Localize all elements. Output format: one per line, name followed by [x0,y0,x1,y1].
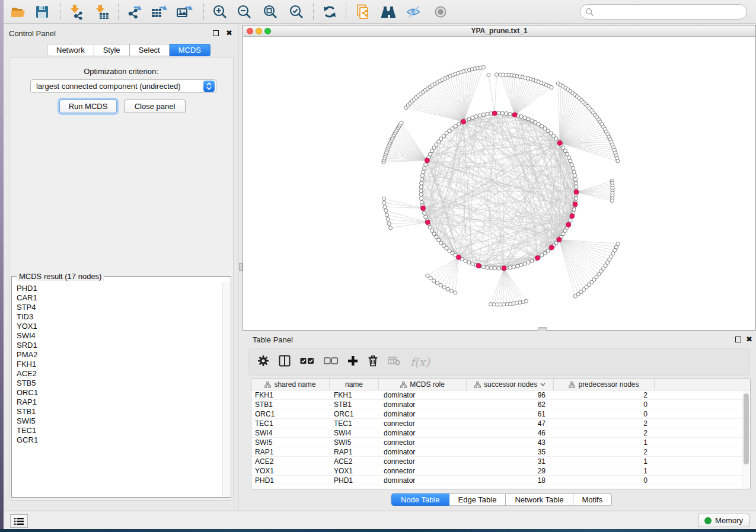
table-float-icon[interactable] [735,336,741,342]
table-cell: SWI5 [330,438,379,447]
delete-column-icon[interactable] [368,355,378,369]
task-history-button[interactable] [10,514,28,528]
network-graph[interactable] [243,37,755,330]
network-window-titlebar[interactable]: YPA_prune.txt_1 [243,25,755,37]
mcds-result-list[interactable]: PHD1CAR1STP4TID3YOX1SWI4SRD1PMA2FKH1ACE2… [12,282,223,497]
column-header-mcds-role[interactable]: MCDS role [379,379,467,390]
function-builder-icon[interactable]: f(x) [410,355,430,368]
select-all-icon[interactable] [300,357,314,367]
mcds-result-item[interactable]: PHD1 [17,284,223,293]
table-cell: 96 [467,390,554,399]
window-minimize-icon[interactable] [256,28,262,34]
hide-selection-icon[interactable] [403,2,425,22]
table-row[interactable]: TEC1TEC1connector472 [251,419,750,428]
table-cell: 43 [467,438,554,447]
scrollbar-thumb[interactable] [744,393,749,464]
refresh-view-icon[interactable] [319,2,340,22]
table-row[interactable]: SWI4SWI4dominator462 [251,428,750,438]
window-maximize-icon[interactable] [264,28,271,34]
save-session-icon[interactable] [31,2,53,22]
node-table-body: FKH1FKH1dominator962STB1STB1dominator620… [251,390,750,485]
column-header-name[interactable]: name [330,379,379,390]
mcds-result-item[interactable]: ORC1 [17,388,223,398]
import-table-icon[interactable] [91,2,112,22]
import-network-icon[interactable] [65,2,87,22]
table-row[interactable]: SWI5SWI5connector431 [251,438,750,447]
mcds-result-item[interactable]: STB1 [17,407,223,416]
list-icon [14,517,24,525]
column-header-shared-name[interactable]: shared name [251,379,330,390]
mcds-result-item[interactable]: GCR1 [17,435,223,445]
mcds-result-item[interactable]: TID3 [17,312,223,322]
tab-motifs[interactable]: Motifs [573,493,613,506]
delete-table-icon[interactable] [388,356,401,368]
node-table-scrollbar[interactable] [742,391,749,489]
export-network-icon[interactable] [123,2,145,22]
search-input[interactable] [594,6,747,18]
table-row[interactable]: ACE2ACE2connector311 [251,457,750,466]
close-panel-icon[interactable]: ✖ [226,30,232,36]
tab-style[interactable]: Style [94,44,130,56]
table-cell: STB1 [330,400,379,409]
mcds-result-scrollbar[interactable] [222,282,230,497]
export-table-icon[interactable] [148,2,170,22]
zoom-out-icon[interactable] [234,2,255,22]
mcds-result-item[interactable]: SWI4 [17,331,223,341]
tab-network-table[interactable]: Network Table [506,493,573,506]
column-header-filler [655,379,750,390]
tab-select[interactable]: Select [130,44,170,56]
control-panel-tabs: Network Style Select MCDS [47,44,210,56]
mcds-result-item[interactable]: ACE2 [17,369,223,379]
table-row[interactable]: YOX1YOX1connector291 [251,466,750,476]
table-row[interactable]: STB1STB1dominator620 [251,400,750,409]
mcds-result-item[interactable]: RAP1 [17,398,223,407]
zoom-selected-icon[interactable] [286,2,307,22]
tab-network[interactable]: Network [47,44,94,56]
desktop-wallpaper-bottom [0,529,756,532]
tab-node-table[interactable]: Node Table [391,493,449,506]
create-column-icon[interactable] [347,355,358,368]
open-file-icon[interactable] [8,2,29,22]
tab-mcds[interactable]: MCDS [170,44,210,56]
table-close-icon[interactable]: ✖ [746,336,752,342]
zoom-fit-icon[interactable] [260,2,281,22]
column-settings-icon[interactable] [257,355,269,369]
mcds-result-item[interactable]: PMA2 [17,350,223,360]
table-row[interactable]: FKH1FKH1dominator962 [251,390,750,400]
close-panel-button[interactable]: Close panel [124,100,186,113]
table-row[interactable]: ORC1ORC1dominator610 [251,409,750,419]
show-columns-icon[interactable] [279,355,291,369]
table-cell: ORC1 [330,409,379,418]
mcds-result-item[interactable]: STB5 [17,379,223,388]
column-header-successor-nodes[interactable]: successor nodes [467,379,554,390]
mcds-result-item[interactable]: FKH1 [17,360,223,369]
run-mcds-button[interactable]: Run MCDS [59,100,117,113]
mcds-result-item[interactable]: CAR1 [17,293,223,303]
mcds-result-item[interactable]: YOX1 [17,322,223,331]
tab-edge-table[interactable]: Edge Table [449,493,506,506]
window-close-icon[interactable] [247,28,253,34]
table-cell: ACE2 [330,457,379,466]
table-row[interactable]: RAP1RAP1dominator352 [251,447,750,457]
deselect-all-icon[interactable] [324,357,338,367]
float-panel-icon[interactable] [213,30,219,36]
zoom-in-icon[interactable] [209,2,231,22]
show-hidden-icon[interactable] [430,2,451,22]
mcds-result-item[interactable]: SRD1 [17,341,223,350]
table-row[interactable]: PHD1PHD1dominator180 [251,476,750,485]
export-image-icon[interactable] [174,2,195,22]
export-web-page-icon[interactable] [352,2,374,22]
table-cell: PHD1 [330,476,379,485]
table-cell: 1 [554,466,655,475]
memory-button[interactable]: Memory [698,514,749,527]
mcds-result-item[interactable]: SWI5 [17,416,223,426]
optimization-criterion-select[interactable]: largest connected component (undirected) [30,79,216,93]
column-header-predecessor-nodes[interactable]: predecessor nodes [554,379,655,390]
mcds-result-item[interactable]: STP4 [17,303,223,312]
memory-label: Memory [715,516,743,525]
find-icon[interactable] [378,2,400,22]
search-field[interactable] [580,4,747,20]
network-canvas[interactable] [243,37,755,330]
mcds-result-item[interactable]: TEC1 [17,426,223,435]
table-cell: 2 [554,428,655,437]
